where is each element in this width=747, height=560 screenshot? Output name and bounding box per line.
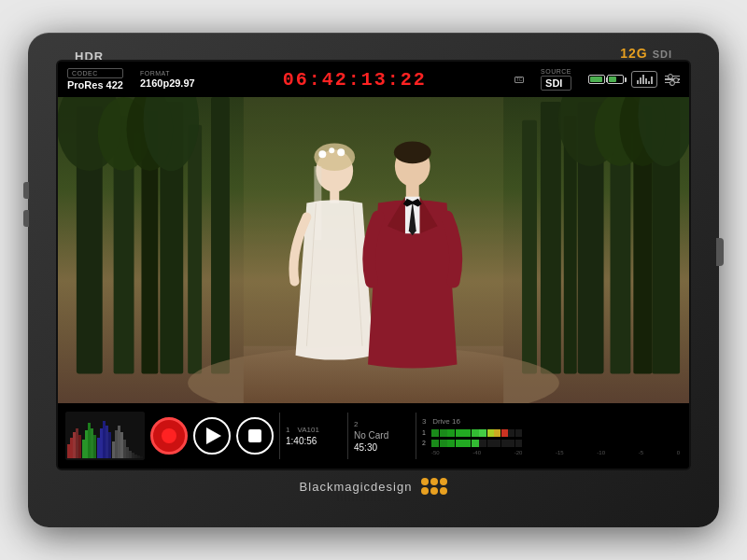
svg-rect-11 (211, 97, 230, 373)
svg-rect-46 (91, 428, 93, 458)
svg-rect-35 (406, 185, 419, 199)
svg-rect-43 (82, 440, 85, 458)
svg-rect-55 (118, 426, 120, 458)
svg-rect-60 (132, 453, 134, 458)
codec-value: ProRes 422 (67, 79, 123, 91)
play-button[interactable] (193, 417, 231, 455)
sdi-suffix: SDI (653, 49, 672, 60)
battery-2-fill (609, 77, 616, 82)
clip-1-name: VA101 (297, 426, 318, 434)
svg-rect-63 (140, 456, 143, 458)
source-label: SOURCE (541, 68, 571, 75)
record-indicator (162, 428, 176, 443)
svg-rect-62 (137, 455, 140, 458)
tc-indicator: TC (514, 77, 524, 83)
drive-num: 3 (422, 417, 426, 426)
brand-name: Blackmagicdesign (300, 480, 413, 494)
svg-rect-50 (103, 421, 106, 458)
side-button-right[interactable] (716, 238, 724, 266)
waveform-icon[interactable] (631, 71, 657, 88)
hud-top-bar: CODEC ProRes 422 FORMAT 2160p29.97 06:42… (58, 62, 689, 97)
screen: CODEC ProRes 422 FORMAT 2160p29.97 06:42… (56, 60, 691, 470)
clip-2-num: 2 (354, 420, 358, 428)
histogram-display (65, 412, 145, 460)
battery-2 (607, 75, 624, 84)
divider-1 (279, 413, 280, 459)
format-label: FORMAT (140, 70, 195, 77)
svg-rect-61 (134, 455, 137, 458)
drive-label: 3 Drive 16 (422, 417, 460, 426)
divider-2 (347, 413, 348, 459)
svg-rect-53 (112, 441, 115, 458)
timecode-display: 06:42:13:22 (212, 69, 498, 91)
svg-rect-49 (100, 428, 103, 458)
source-value: SDI (541, 76, 571, 91)
svg-rect-39 (70, 438, 73, 458)
svg-rect-10 (188, 125, 202, 374)
svg-rect-12 (522, 120, 537, 374)
format-section: FORMAT 2160p29.97 (140, 70, 195, 89)
side-button-2[interactable] (23, 210, 29, 227)
clip-1-time: 1:40:56 (286, 436, 342, 446)
hud-bottom-bar: 1 VA101 1:40:56 2 No Card 45:30 3 (58, 403, 689, 469)
svg-rect-45 (88, 423, 91, 458)
svg-rect-38 (67, 444, 70, 458)
clip-1-section: 1 VA101 1:40:56 (286, 426, 342, 446)
svg-rect-40 (73, 432, 76, 458)
format-value: 2160p29.97 (140, 77, 195, 89)
svg-point-30 (318, 150, 326, 158)
sdi-12g: 12G (620, 46, 647, 61)
battery-group (588, 75, 624, 84)
svg-rect-44 (85, 430, 88, 458)
branding-area: Blackmagicdesign (300, 478, 448, 495)
record-button[interactable] (150, 417, 188, 455)
svg-rect-56 (120, 432, 123, 458)
svg-rect-51 (106, 426, 108, 458)
svg-rect-42 (78, 435, 81, 458)
svg-rect-48 (97, 438, 100, 458)
brand-logo (421, 478, 447, 495)
svg-rect-54 (115, 430, 118, 458)
stop-button[interactable] (236, 417, 274, 455)
speaker-grille (337, 494, 410, 501)
svg-rect-47 (93, 435, 96, 458)
settings-icon[interactable] (665, 76, 680, 84)
clip-1-num: 1 (286, 426, 289, 434)
play-icon (206, 427, 221, 444)
svg-point-34 (394, 141, 431, 163)
device-body: HDR 12G SDI CODEC ProRes 422 FORMAT 2160… (28, 33, 719, 527)
svg-point-31 (329, 147, 334, 153)
clip-2-name: No Card (354, 430, 410, 441)
battery-1 (588, 75, 605, 84)
svg-rect-59 (129, 451, 132, 458)
svg-rect-52 (108, 432, 111, 458)
svg-rect-58 (126, 447, 129, 458)
source-section: SOURCE SDI (541, 68, 571, 91)
clip-2-time: 45:30 (354, 442, 410, 453)
svg-rect-41 (76, 428, 78, 458)
svg-point-32 (337, 148, 345, 156)
svg-rect-57 (123, 440, 126, 458)
audio-meters-section: 3 Drive 16 1 (422, 417, 682, 455)
battery-1-fill (590, 77, 602, 82)
side-button-1[interactable] (23, 182, 29, 199)
sdi-label: 12G SDI (620, 46, 672, 61)
video-preview (58, 97, 689, 403)
drive-name: Drive 16 (432, 417, 460, 426)
codec-section: CODEC ProRes 422 (67, 68, 123, 91)
svg-rect-13 (541, 102, 561, 373)
codec-label: CODEC (67, 68, 123, 78)
divider-3 (416, 413, 416, 459)
stop-icon (248, 429, 261, 442)
clip-2-section: 2 No Card 45:30 (354, 420, 410, 453)
hud-icons (588, 71, 680, 88)
